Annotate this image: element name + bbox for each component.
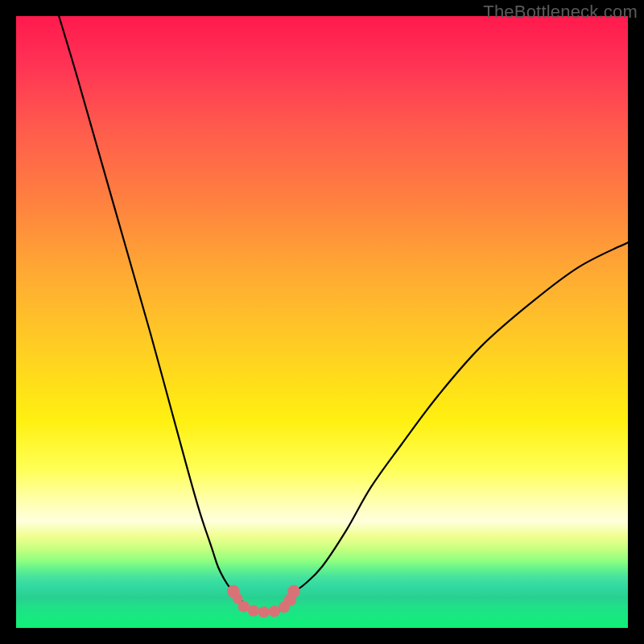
trough-marker <box>258 606 270 617</box>
trough-marker <box>238 601 250 612</box>
bottleneck-curve <box>59 16 628 612</box>
trough-marker <box>287 585 300 598</box>
marker-group <box>227 585 300 618</box>
chart-plot <box>16 16 628 628</box>
watermark-text: TheBottleneck.com <box>483 2 638 23</box>
trough-marker <box>269 605 280 617</box>
curve-group <box>59 16 628 612</box>
trough-marker <box>248 605 259 617</box>
